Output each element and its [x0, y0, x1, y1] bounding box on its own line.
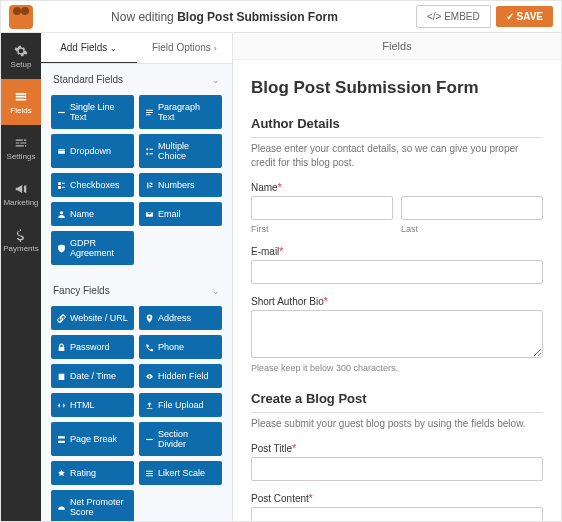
fancy-fields-head[interactable]: Fancy Fields⌄: [41, 275, 232, 306]
field-pagebreak[interactable]: Page Break: [51, 422, 134, 456]
svg-point-0: [146, 148, 148, 150]
post-content-label: Post Content*: [251, 493, 543, 504]
field-email[interactable]: Email: [139, 202, 222, 226]
nav-payments[interactable]: Payments: [1, 217, 41, 263]
section-author-desc: Please enter your contact details, so we…: [251, 142, 543, 170]
fancy-fields-grid: Website / URL Address Password Phone Dat…: [41, 306, 232, 522]
list-icon: [14, 90, 28, 104]
field-checkboxes[interactable]: Checkboxes: [51, 173, 134, 197]
megaphone-icon: [14, 182, 28, 196]
app-logo: [9, 5, 33, 29]
tab-field-options[interactable]: Field Options›: [137, 33, 233, 63]
field-password[interactable]: Password: [51, 335, 134, 359]
nav-setup[interactable]: Setup: [1, 33, 41, 79]
standard-fields-head[interactable]: Standard Fields⌄: [41, 64, 232, 95]
field-multiple-choice[interactable]: Multiple Choice: [139, 134, 222, 168]
chevron-right-icon: ›: [214, 44, 217, 53]
preview-header: Fields: [233, 33, 561, 60]
nav-marketing[interactable]: Marketing: [1, 171, 41, 217]
post-title-label: Post Title*: [251, 443, 543, 454]
field-html[interactable]: HTML: [51, 393, 134, 417]
chevron-down-icon: ⌄: [110, 44, 117, 53]
field-section-divider[interactable]: Section Divider: [139, 422, 222, 456]
nav-settings[interactable]: Settings: [1, 125, 41, 171]
email-input[interactable]: [251, 260, 543, 284]
last-sublabel: Last: [401, 224, 543, 234]
email-label: E-mail*: [251, 246, 543, 257]
fields-panel: Add Fields⌄ Field Options› Standard Fiel…: [41, 33, 233, 522]
name-label: Name*: [251, 182, 543, 193]
bio-label: Short Author Bio*: [251, 296, 543, 307]
field-paragraph-text[interactable]: Paragraph Text: [139, 95, 222, 129]
sliders-icon: [14, 136, 28, 150]
section-post-title: Create a Blog Post: [251, 391, 543, 413]
field-address[interactable]: Address: [139, 306, 222, 330]
field-single-line-text[interactable]: Single Line Text: [51, 95, 134, 129]
save-button[interactable]: ✓ SAVE: [496, 6, 553, 27]
editing-title: Now editing Blog Post Submission Form: [33, 10, 416, 24]
section-post-desc: Please submit your guest blog posts by u…: [251, 417, 543, 431]
last-name-input[interactable]: [401, 196, 543, 220]
gear-icon: [14, 44, 28, 58]
field-likert[interactable]: Likert Scale: [139, 461, 222, 485]
field-nps[interactable]: Net Promoter Score: [51, 490, 134, 522]
tab-add-fields[interactable]: Add Fields⌄: [41, 33, 137, 63]
nav-sidebar: Setup Fields Settings Marketing Payments: [1, 33, 41, 522]
field-rating[interactable]: Rating: [51, 461, 134, 485]
post-title-input[interactable]: [251, 457, 543, 481]
field-fileupload[interactable]: File Upload: [139, 393, 222, 417]
nav-fields[interactable]: Fields: [1, 79, 41, 125]
field-numbers[interactable]: Numbers: [139, 173, 222, 197]
chevron-down-icon: ⌄: [212, 286, 220, 296]
field-hidden[interactable]: Hidden Field: [139, 364, 222, 388]
first-name-input[interactable]: [251, 196, 393, 220]
form-preview: Blog Post Submission Form Author Details…: [233, 60, 561, 522]
field-phone[interactable]: Phone: [139, 335, 222, 359]
dollar-icon: [14, 228, 28, 242]
post-content-textarea[interactable]: [251, 507, 543, 522]
field-name[interactable]: Name: [51, 202, 134, 226]
svg-point-2: [60, 211, 63, 214]
field-datetime[interactable]: Date / Time: [51, 364, 134, 388]
bio-hint: Please keep it below 300 characters.: [251, 363, 543, 373]
field-gdpr[interactable]: GDPR Agreement: [51, 231, 134, 265]
field-dropdown[interactable]: Dropdown: [51, 134, 134, 168]
svg-point-1: [146, 152, 148, 154]
section-author-title: Author Details: [251, 116, 543, 138]
embed-button[interactable]: </> EMBED: [416, 5, 491, 28]
form-title: Blog Post Submission Form: [251, 78, 543, 98]
bio-textarea[interactable]: [251, 310, 543, 358]
first-sublabel: First: [251, 224, 393, 234]
standard-fields-grid: Single Line Text Paragraph Text Dropdown…: [41, 95, 232, 275]
field-website[interactable]: Website / URL: [51, 306, 134, 330]
chevron-down-icon: ⌄: [212, 75, 220, 85]
